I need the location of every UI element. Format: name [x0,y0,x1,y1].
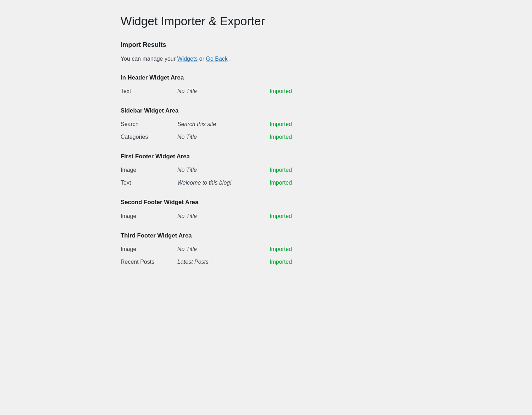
widget-row: ImageNo TitleImported [121,243,411,256]
widget-area-title-second-footer: Second Footer Widget Area [121,198,411,207]
widget-row: ImageNo TitleImported [121,164,411,176]
widget-name: No Title [177,166,270,174]
widget-name: Welcome to this blog! [177,179,270,187]
widget-status: Imported [270,166,411,174]
intro-text-before: You can manage your [121,56,177,62]
intro-paragraph: You can manage your Widgets or Go Back . [121,55,411,63]
widget-row: CategoriesNo TitleImported [121,131,411,143]
widget-status: Imported [270,87,411,95]
widget-area-first-footer: First Footer Widget AreaImageNo TitleImp… [121,152,411,189]
page-container: Widget Importer & Exporter Import Result… [106,0,426,297]
page-title: Widget Importer & Exporter [121,14,411,28]
widget-status: Imported [270,120,411,129]
widget-name: Search this site [177,120,270,129]
widget-area-title-third-footer: Third Footer Widget Area [121,231,411,240]
widget-areas-container: In Header Widget AreaTextNo TitleImporte… [121,73,411,268]
widget-row: ImageNo TitleImported [121,210,411,223]
widget-area-title-in-header: In Header Widget Area [121,73,411,82]
widget-type: Image [121,166,177,174]
widget-type: Image [121,212,177,220]
widget-area-third-footer: Third Footer Widget AreaImageNo TitleImp… [121,231,411,268]
widget-row: SearchSearch this siteImported [121,118,411,131]
widget-status: Imported [270,258,411,266]
widget-name: No Title [177,87,270,95]
widget-status: Imported [270,133,411,141]
widget-name: No Title [177,212,270,220]
widget-type: Text [121,179,177,187]
widget-status: Imported [270,245,411,253]
intro-text-after: . [229,56,231,62]
widget-status: Imported [270,212,411,220]
widget-row: TextWelcome to this blog!Imported [121,176,411,189]
intro-text-middle: or [199,56,206,62]
widget-area-title-first-footer: First Footer Widget Area [121,152,411,161]
widgets-link[interactable]: Widgets [177,56,198,62]
widget-type: Categories [121,133,177,141]
widget-name: No Title [177,133,270,141]
go-back-link[interactable]: Go Back [206,56,227,62]
widget-type: Text [121,87,177,95]
widget-type: Recent Posts [121,258,177,266]
widget-type: Image [121,245,177,253]
widget-name: No Title [177,245,270,253]
widget-type: Search [121,120,177,129]
widget-status: Imported [270,179,411,187]
widget-area-second-footer: Second Footer Widget AreaImageNo TitleIm… [121,198,411,222]
widget-row: Recent PostsLatest PostsImported [121,256,411,268]
widget-name: Latest Posts [177,258,270,266]
widget-area-sidebar: Sidebar Widget AreaSearchSearch this sit… [121,106,411,143]
widget-area-title-sidebar: Sidebar Widget Area [121,106,411,115]
widget-area-in-header: In Header Widget AreaTextNo TitleImporte… [121,73,411,98]
import-results-heading: Import Results [121,40,411,50]
widget-row: TextNo TitleImported [121,85,411,98]
